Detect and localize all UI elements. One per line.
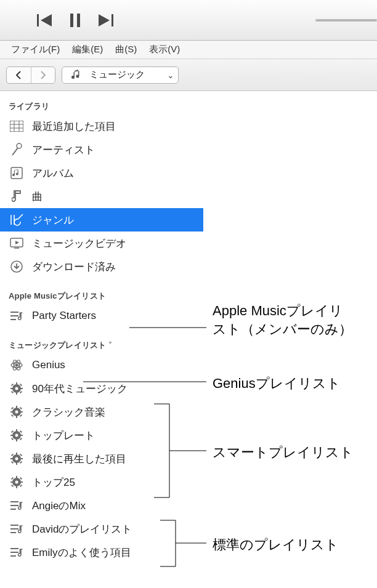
svg-rect-27 — [11, 384, 14, 386]
sidebar-item-recently-added[interactable]: 最近追加した項目 — [0, 115, 203, 138]
svg-rect-44 — [16, 439, 17, 441]
svg-point-62 — [15, 481, 18, 484]
svg-rect-58 — [20, 461, 22, 464]
svg-rect-59 — [11, 461, 14, 464]
sidebar-item-party-starters[interactable]: Party Starters — [0, 304, 203, 328]
gear-icon — [9, 406, 25, 418]
svg-rect-48 — [20, 438, 22, 440]
volume-slider[interactable] — [315, 19, 377, 22]
pause-button[interactable] — [70, 14, 80, 27]
sidebar-item-label: トップ25 — [32, 475, 75, 489]
note-icon — [9, 190, 25, 203]
sidebar-item-label: 最後に再生した項目 — [32, 452, 126, 466]
svg-rect-36 — [20, 411, 23, 413]
sidebar-item-label: トップレート — [32, 429, 95, 443]
download-icon — [9, 260, 25, 273]
sidebar-item-genres[interactable]: ジャンル — [0, 208, 203, 232]
svg-rect-47 — [11, 430, 14, 433]
previous-button[interactable] — [37, 14, 53, 26]
svg-rect-46 — [20, 435, 23, 436]
callout-standard: 標準のプレイリスト — [213, 536, 339, 554]
menu-file[interactable]: ファイル(F) — [5, 41, 66, 58]
microphone-icon — [9, 143, 25, 156]
nav-back-button[interactable] — [7, 67, 31, 83]
svg-rect-55 — [10, 458, 13, 459]
svg-rect-30 — [20, 384, 22, 386]
sidebar-item-label: クラシック音楽 — [32, 405, 105, 419]
menu-edit[interactable]: 編集(E) — [66, 41, 109, 58]
section-select[interactable]: ミュージック ⌄ — [62, 66, 179, 84]
svg-rect-65 — [10, 481, 13, 483]
sidebar-item-label: ミュージックビデオ — [32, 236, 126, 251]
sidebar-item-albums[interactable]: アルバム — [0, 161, 203, 185]
svg-rect-38 — [20, 414, 22, 417]
playlist-icon — [9, 500, 25, 511]
svg-rect-68 — [20, 485, 22, 487]
playlist-icon — [9, 310, 25, 321]
sidebar-item-label: AngieのMix — [32, 499, 86, 513]
next-button[interactable] — [97, 14, 113, 26]
nav-arrows — [6, 66, 55, 84]
svg-rect-29 — [11, 391, 14, 393]
sidebar-item-label: 最近追加した項目 — [32, 119, 116, 134]
sidebar-item-downloaded[interactable]: ダウンロード済み — [0, 255, 203, 278]
svg-rect-57 — [11, 454, 14, 456]
music-playlists-header[interactable]: ミュージックプレイリスト — [0, 336, 203, 353]
sidebar-item-smart-top-rated[interactable]: トップレート — [0, 424, 203, 447]
sidebar-item-music-videos[interactable]: ミュージックビデオ — [0, 232, 203, 255]
svg-rect-45 — [10, 435, 13, 436]
svg-point-32 — [15, 411, 18, 414]
svg-rect-33 — [16, 406, 17, 408]
sidebar-item-smart-90s[interactable]: 90年代ミュージック — [0, 377, 203, 400]
svg-rect-43 — [16, 429, 17, 432]
library-header: ライブラリ — [0, 97, 203, 115]
sidebar-item-smart-top25[interactable]: トップ25 — [0, 470, 203, 494]
svg-rect-56 — [20, 458, 23, 459]
svg-rect-34 — [16, 416, 17, 418]
svg-point-22 — [15, 387, 18, 390]
menu-bar: ファイル(F) 編集(E) 曲(S) 表示(V) — [0, 41, 377, 59]
svg-rect-26 — [20, 388, 23, 389]
svg-rect-23 — [16, 382, 17, 385]
callout-genius: Geniusプレイリスト — [213, 374, 341, 393]
svg-rect-25 — [10, 388, 13, 389]
sidebar-item-genius[interactable]: Genius — [0, 353, 203, 377]
nav-forward-button[interactable] — [31, 67, 55, 83]
svg-point-42 — [15, 434, 18, 437]
svg-point-17 — [15, 364, 18, 367]
sidebar-item-std-david[interactable]: Davidのプレイリスト — [0, 517, 203, 541]
sidebar-item-label: Genius — [32, 359, 65, 371]
nav-toolbar: ミュージック ⌄ — [0, 59, 377, 91]
menu-song[interactable]: 曲(S) — [109, 41, 143, 58]
menu-view[interactable]: 表示(V) — [143, 41, 186, 58]
svg-rect-66 — [20, 481, 23, 483]
sidebar-item-songs[interactable]: 曲 — [0, 185, 203, 208]
player-controls — [37, 14, 113, 27]
sidebar-item-label: Davidのプレイリスト — [32, 522, 132, 536]
playlist-icon — [9, 547, 25, 558]
svg-rect-35 — [10, 411, 13, 413]
gear-icon — [9, 429, 25, 441]
sidebar-item-label: 90年代ミュージック — [32, 382, 128, 396]
sidebar-item-label: 曲 — [32, 190, 43, 204]
sidebar-item-label: ダウンロード済み — [32, 260, 116, 274]
svg-rect-64 — [16, 486, 17, 488]
sidebar-item-std-angie[interactable]: AngieのMix — [0, 494, 203, 517]
gear-icon — [9, 382, 25, 395]
video-icon — [9, 238, 25, 249]
grid-icon — [9, 121, 25, 132]
svg-rect-39 — [11, 414, 14, 417]
svg-rect-37 — [11, 407, 14, 409]
svg-rect-69 — [11, 485, 14, 487]
svg-rect-1 — [77, 14, 80, 27]
section-select-label: ミュージック — [89, 69, 145, 81]
svg-rect-2 — [10, 121, 23, 132]
music-note-icon — [68, 70, 84, 81]
sidebar-item-smart-classical[interactable]: クラシック音楽 — [0, 400, 203, 424]
sidebar-item-artists[interactable]: アーティスト — [0, 138, 203, 161]
svg-rect-54 — [16, 462, 17, 465]
apple-music-playlists-header: Apple Musicプレイリスト — [0, 287, 203, 304]
gear-icon — [9, 476, 25, 488]
sidebar-item-std-emily[interactable]: Emilyのよく使う項目 — [0, 541, 203, 564]
sidebar-item-smart-recently-played[interactable]: 最後に再生した項目 — [0, 447, 203, 470]
